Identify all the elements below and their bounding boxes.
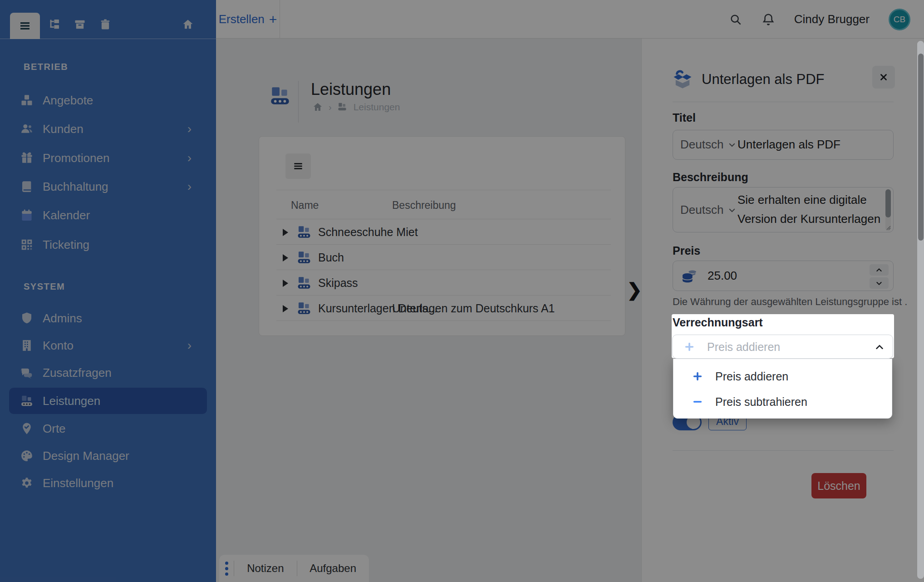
plus-icon [693, 371, 703, 381]
chevron-up-icon [875, 342, 885, 352]
minus-icon [693, 397, 703, 407]
select-value: Preis addieren [707, 340, 780, 354]
scrollbar-thumb[interactable] [918, 54, 924, 241]
app-window: Erstellen + Cindy Brugger CB [0, 0, 924, 582]
verrechnungsart-dropdown: Preis addieren Preis subtrahieren [673, 359, 892, 419]
option-label: Preis subtrahieren [715, 395, 807, 409]
verrechnungsart-select[interactable]: Preis addieren [672, 335, 893, 359]
verrechnungsart-label: Verrechnungsart [673, 316, 763, 329]
modal-backdrop[interactable] [0, 0, 924, 582]
option-label: Preis addieren [715, 370, 788, 383]
option-preis-addieren[interactable]: Preis addieren [673, 364, 893, 389]
option-preis-subtrahieren[interactable]: Preis subtrahieren [673, 389, 893, 414]
drawer-scrollbar[interactable] [917, 41, 924, 579]
plus-icon [684, 342, 694, 352]
